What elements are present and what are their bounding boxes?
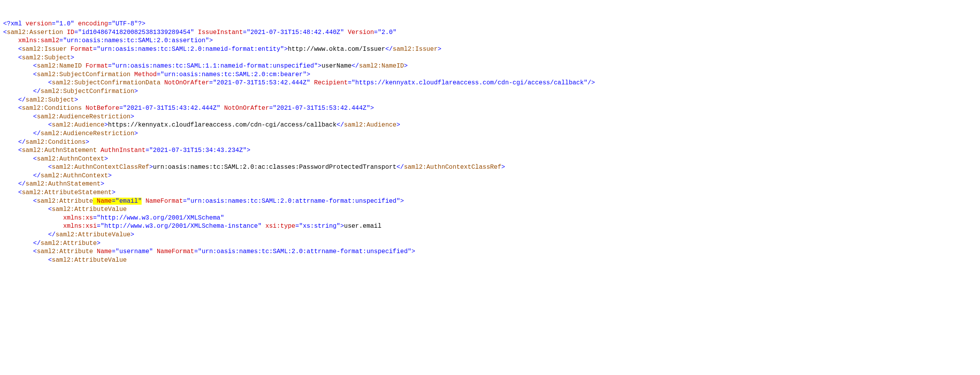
xml-code-block: <?xml version="1.0" encoding="UTF-8"?> <… bbox=[3, 20, 977, 264]
code-line: <saml2:Audience>https://kennyatx.cloudfl… bbox=[3, 121, 400, 129]
code-line: <saml2:SubjectConfirmationData NotOnOrAf… bbox=[3, 79, 595, 86]
highlighted-attribute: Name="email" bbox=[93, 198, 142, 205]
code-line: <saml2:AttributeValue bbox=[3, 206, 127, 213]
code-line: <saml2:SubjectConfirmation Method="urn:o… bbox=[3, 71, 310, 78]
code-line: </saml2:Subject> bbox=[3, 96, 78, 104]
code-line: </saml2:Attribute> bbox=[3, 240, 101, 247]
code-line: <saml2:AuthnContextClassRef>urn:oasis:na… bbox=[3, 164, 505, 171]
code-line: <saml2:Attribute Name="username" NameFor… bbox=[3, 248, 415, 255]
code-line: xmlns:xsi="http://www.w3.org/2001/XMLSch… bbox=[3, 223, 382, 230]
code-line: <saml2:AudienceRestriction> bbox=[3, 113, 134, 120]
code-line: <saml2:NameID Format="urn:oasis:names:tc… bbox=[3, 62, 408, 70]
code-line: </saml2:AuthnStatement> bbox=[3, 180, 104, 188]
code-line: <saml2:AttributeValue bbox=[3, 257, 127, 264]
code-line: </saml2:Conditions> bbox=[3, 139, 89, 146]
code-line: <saml2:AuthnStatement AuthnInstant="2021… bbox=[3, 147, 250, 154]
code-line: <saml2:Issuer Format="urn:oasis:names:tc… bbox=[3, 46, 441, 53]
code-line: <?xml version="1.0" encoding="UTF-8"?> bbox=[3, 20, 146, 27]
code-line: xmlns:xs="http://www.w3.org/2001/XMLSche… bbox=[3, 214, 224, 221]
code-line: <saml2:AttributeStatement> bbox=[3, 189, 115, 196]
code-line: </saml2:SubjectConfirmation> bbox=[3, 88, 138, 95]
code-line: <saml2:AuthnContext> bbox=[3, 155, 108, 162]
code-line: <saml2:Assertion ID="id10486741820082538… bbox=[3, 29, 396, 36]
code-line: </saml2:AttributeValue> bbox=[3, 231, 134, 238]
code-line: <saml2:Attribute Name="email" NameFormat… bbox=[3, 198, 404, 205]
code-line: </saml2:AuthnContext> bbox=[3, 172, 112, 179]
code-line: xmlns:saml2="urn:oasis:names:tc:SAML:2.0… bbox=[3, 37, 213, 44]
code-line: </saml2:AudienceRestriction> bbox=[3, 130, 138, 137]
code-line: <saml2:Subject> bbox=[3, 54, 74, 61]
code-line: <saml2:Conditions NotBefore="2021-07-31T… bbox=[3, 105, 374, 112]
